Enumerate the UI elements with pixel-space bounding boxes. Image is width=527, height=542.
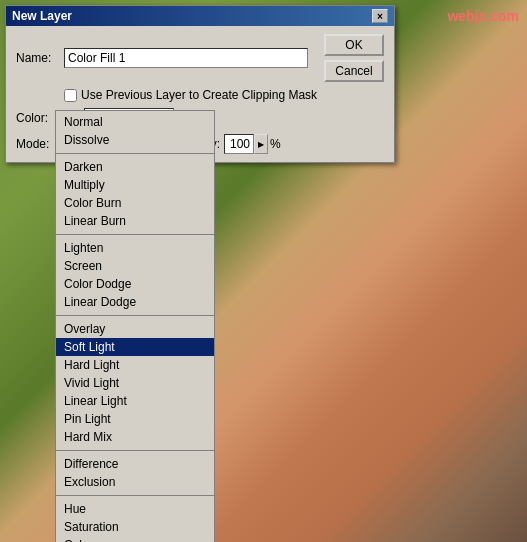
dropdown-item-pin-light[interactable]: Pin Light — [56, 410, 214, 428]
dropdown-item-normal[interactable]: Normal — [56, 113, 214, 131]
name-input[interactable] — [64, 48, 308, 68]
dropdown-item-screen[interactable]: Screen — [56, 257, 214, 275]
button-group: OK Cancel — [316, 34, 384, 82]
mode-dropdown-menu: Normal Dissolve Darken Multiply Color Bu… — [55, 110, 215, 542]
divider-1 — [56, 153, 214, 154]
ok-button[interactable]: OK — [324, 34, 384, 56]
cancel-button[interactable]: Cancel — [324, 60, 384, 82]
divider-5 — [56, 495, 214, 496]
dropdown-item-linear-light[interactable]: Linear Light — [56, 392, 214, 410]
dropdown-item-color-burn[interactable]: Color Burn — [56, 194, 214, 212]
dropdown-item-darken[interactable]: Darken — [56, 158, 214, 176]
clipping-mask-row: Use Previous Layer to Create Clipping Ma… — [64, 88, 384, 102]
dropdown-item-linear-dodge[interactable]: Linear Dodge — [56, 293, 214, 311]
watermark: webjx.com — [447, 8, 519, 24]
divider-2 — [56, 234, 214, 235]
dropdown-item-multiply[interactable]: Multiply — [56, 176, 214, 194]
dropdown-item-vivid-light[interactable]: Vivid Light — [56, 374, 214, 392]
dropdown-item-linear-burn[interactable]: Linear Burn — [56, 212, 214, 230]
dropdown-item-difference[interactable]: Difference — [56, 455, 214, 473]
opacity-input[interactable] — [224, 134, 254, 154]
dropdown-item-dissolve[interactable]: Dissolve — [56, 131, 214, 149]
opacity-arrow-button[interactable]: ▶ — [254, 134, 268, 154]
divider-4 — [56, 450, 214, 451]
name-label: Name: — [16, 51, 64, 65]
dropdown-item-lighten[interactable]: Lighten — [56, 239, 214, 257]
dropdown-item-soft-light[interactable]: Soft Light — [56, 338, 214, 356]
dialog-titlebar: New Layer × — [6, 6, 394, 26]
dropdown-item-color-dodge[interactable]: Color Dodge — [56, 275, 214, 293]
dropdown-item-hard-light[interactable]: Hard Light — [56, 356, 214, 374]
clipping-mask-checkbox[interactable] — [64, 89, 77, 102]
dropdown-item-hard-mix[interactable]: Hard Mix — [56, 428, 214, 446]
clipping-mask-label: Use Previous Layer to Create Clipping Ma… — [81, 88, 317, 102]
dropdown-item-saturation[interactable]: Saturation — [56, 518, 214, 536]
dropdown-item-exclusion[interactable]: Exclusion — [56, 473, 214, 491]
dropdown-item-hue[interactable]: Hue — [56, 500, 214, 518]
dropdown-item-color[interactable]: Color — [56, 536, 214, 542]
dialog-title: New Layer — [12, 9, 72, 23]
name-row: Name: OK Cancel — [16, 34, 384, 82]
opacity-percent: % — [270, 137, 281, 151]
close-button[interactable]: × — [372, 9, 388, 23]
dropdown-item-overlay[interactable]: Overlay — [56, 320, 214, 338]
divider-3 — [56, 315, 214, 316]
